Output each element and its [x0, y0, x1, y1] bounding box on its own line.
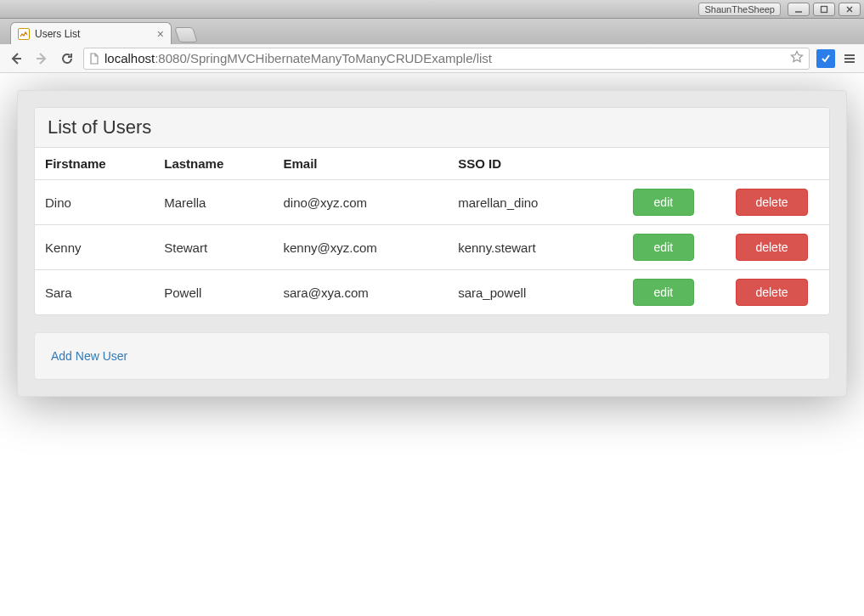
table-row: Kenny Stewart kenny@xyz.com kenny.stewar…: [35, 225, 829, 270]
reload-button[interactable]: [58, 49, 76, 68]
users-table-body: Dino Marella dino@xyz.com marellan_dino …: [35, 180, 829, 315]
add-user-well: Add New User: [34, 332, 830, 380]
window-close-button[interactable]: [839, 3, 861, 16]
col-edit: [623, 148, 726, 180]
page-icon: [89, 53, 99, 65]
address-bar[interactable]: localhost:8080/SpringMVCHibernateManyToM…: [83, 48, 810, 70]
os-titlebar: ShaunTheSheep: [0, 0, 864, 19]
window-maximize-button[interactable]: [813, 3, 835, 16]
edit-button[interactable]: edit: [633, 234, 694, 261]
cell-firstname: Dino: [35, 180, 154, 225]
content-well: List of Users Firstname Lastname Email S…: [17, 90, 847, 397]
bookmark-star-icon[interactable]: [790, 50, 804, 66]
edit-button[interactable]: edit: [633, 189, 694, 216]
favicon-icon: [18, 28, 30, 40]
cell-sso: kenny.stewart: [448, 225, 623, 270]
col-lastname: Lastname: [154, 148, 273, 180]
col-firstname: Firstname: [35, 148, 154, 180]
extension-button[interactable]: [816, 49, 835, 68]
table-row: Dino Marella dino@xyz.com marellan_dino …: [35, 180, 829, 225]
users-panel: List of Users Firstname Lastname Email S…: [34, 107, 830, 315]
cell-email: dino@xyz.com: [274, 180, 449, 225]
window-minimize-button[interactable]: [788, 3, 810, 16]
back-button[interactable]: [7, 49, 25, 68]
tab-title: Users List: [35, 28, 80, 40]
edit-button[interactable]: edit: [633, 279, 694, 306]
col-sso: SSO ID: [448, 148, 623, 180]
page-body: List of Users Firstname Lastname Email S…: [0, 73, 864, 414]
delete-button[interactable]: delete: [736, 279, 807, 306]
forward-button: [32, 49, 51, 68]
table-header-row: Firstname Lastname Email SSO ID: [35, 148, 829, 180]
cell-lastname: Marella: [154, 180, 273, 225]
delete-button[interactable]: delete: [736, 189, 807, 216]
users-table: Firstname Lastname Email SSO ID Dino Mar…: [35, 148, 829, 314]
cell-email: kenny@xyz.com: [274, 225, 449, 270]
browser-menu-button[interactable]: [842, 51, 857, 66]
url-host: localhost: [104, 51, 155, 65]
tab-close-icon[interactable]: ×: [157, 28, 164, 40]
browser-toolbar: localhost:8080/SpringMVCHibernateManyToM…: [0, 44, 864, 73]
new-tab-button[interactable]: [174, 27, 198, 42]
cell-email: sara@xya.com: [274, 270, 449, 315]
delete-button[interactable]: delete: [736, 234, 807, 261]
cell-sso: sara_powell: [448, 270, 623, 315]
svg-rect-1: [822, 6, 827, 12]
panel-heading: List of Users: [35, 108, 829, 148]
url-text: localhost:8080/SpringMVCHibernateManyToM…: [104, 51, 785, 65]
col-email: Email: [274, 148, 449, 180]
table-row: Sara Powell sara@xya.com sara_powell edi…: [35, 270, 829, 315]
cell-firstname: Sara: [35, 270, 154, 315]
add-new-user-link[interactable]: Add New User: [51, 349, 127, 363]
browser-tabstrip: Users List ×: [0, 19, 864, 44]
os-user-badge: ShaunTheSheep: [698, 3, 781, 16]
url-rest: :8080/SpringMVCHibernateManyToManyCRUDEx…: [155, 51, 492, 65]
cell-sso: marellan_dino: [448, 180, 623, 225]
cell-lastname: Powell: [154, 270, 273, 315]
col-delete: [726, 148, 829, 180]
page-viewport[interactable]: List of Users Firstname Lastname Email S…: [0, 73, 864, 616]
browser-tab-active[interactable]: Users List ×: [10, 22, 172, 44]
cell-firstname: Kenny: [35, 225, 154, 270]
cell-lastname: Stewart: [154, 225, 273, 270]
